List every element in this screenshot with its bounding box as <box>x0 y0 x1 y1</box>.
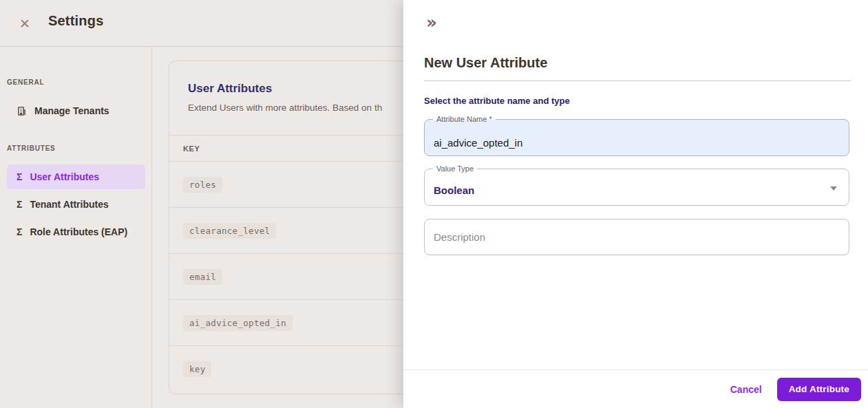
sidebar-item-manage-tenants[interactable]: Manage Tenants <box>7 98 145 123</box>
attribute-name-field: Attribute Name * <box>424 119 849 156</box>
card-title: User Attributes <box>188 82 272 96</box>
cancel-button[interactable]: Cancel <box>730 384 762 395</box>
sigma-icon: Σ <box>17 227 22 237</box>
key-chip: key <box>183 361 211 377</box>
sidebar-item-user-attributes[interactable]: Σ User Attributes <box>7 164 145 189</box>
sidebar-section-general: GENERAL <box>7 78 45 86</box>
drawer-divider <box>424 80 851 81</box>
sidebar-item-label: User Attributes <box>30 171 99 182</box>
value-type-label: Value Type <box>433 164 477 174</box>
sigma-icon: Σ <box>17 172 22 182</box>
drawer-footer: Cancel Add Attribute <box>403 369 868 408</box>
key-chip: roles <box>183 177 222 193</box>
key-chip: ai_advice_opted_in <box>183 315 293 331</box>
sidebar: GENERAL Manage Tenants ATTRIBUTES Σ User… <box>0 47 152 408</box>
sidebar-item-tenant-attributes[interactable]: Σ Tenant Attributes <box>7 192 145 217</box>
page-title: Settings <box>48 13 104 29</box>
new-user-attribute-drawer: » New User Attribute Select the attribut… <box>403 0 868 408</box>
close-icon[interactable]: ✕ <box>15 14 34 33</box>
key-chip: email <box>183 269 222 285</box>
sidebar-item-label: Role Attributes (EAP) <box>30 226 127 237</box>
sidebar-item-label: Tenant Attributes <box>30 199 108 210</box>
sigma-icon: Σ <box>17 200 22 209</box>
drawer-instruction: Select the attribute name and type <box>424 96 570 106</box>
settings-page: ✕ Settings GENERAL Manage Tenants ATTRIB… <box>0 0 868 408</box>
collapse-drawer-icon[interactable]: » <box>420 11 443 34</box>
add-attribute-button[interactable]: Add Attribute <box>777 378 861 401</box>
key-chip: clearance_level <box>183 223 276 239</box>
sidebar-section-attributes: ATTRIBUTES <box>7 144 56 152</box>
chevron-down-icon <box>830 186 837 191</box>
sidebar-item-role-attributes[interactable]: Σ Role Attributes (EAP) <box>7 219 145 244</box>
description-field <box>424 219 849 255</box>
column-header-key: KEY <box>183 144 200 153</box>
attribute-name-input[interactable] <box>425 120 849 155</box>
value-type-value: Boolean <box>434 184 474 196</box>
description-input[interactable] <box>425 219 849 255</box>
sidebar-item-label: Manage Tenants <box>34 105 109 116</box>
drawer-title: New User Attribute <box>424 55 547 71</box>
building-icon <box>17 106 27 116</box>
value-type-select[interactable]: Value Type Boolean <box>424 169 849 206</box>
attribute-name-label: Attribute Name * <box>433 114 496 125</box>
